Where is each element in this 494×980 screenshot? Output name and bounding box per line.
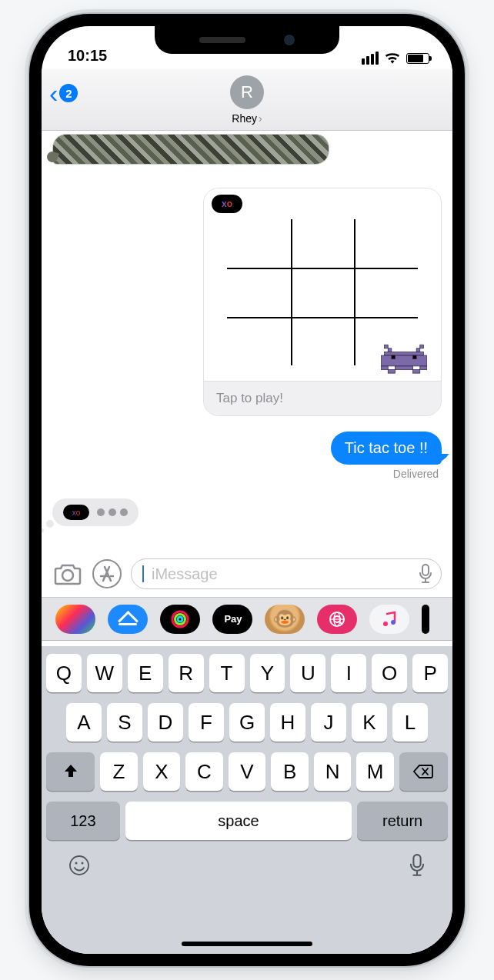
key-g[interactable]: G [229, 703, 265, 742]
apple-pay-label: Pay [224, 613, 242, 625]
speaker-grille [199, 37, 245, 43]
app-store-icon [98, 565, 116, 583]
svg-rect-9 [395, 366, 412, 370]
svg-rect-11 [388, 370, 395, 374]
tray-applepay-app[interactable]: Pay [212, 605, 252, 634]
key-k[interactable]: K [352, 703, 387, 742]
svg-rect-4 [385, 352, 424, 355]
key-u[interactable]: U [290, 654, 325, 692]
camera-icon [54, 562, 82, 585]
key-q[interactable]: Q [46, 654, 82, 692]
keyboard: QWERTYUIOP ASDFGHJKL ZXCVBNM 123 space r… [42, 646, 452, 954]
tray-more-app[interactable] [422, 605, 429, 634]
key-j[interactable]: J [311, 703, 346, 742]
conversation-header: ‹ 2 R Rhey › [42, 69, 452, 131]
shift-icon [62, 763, 79, 780]
delete-key[interactable] [399, 752, 448, 791]
messages-scroll[interactable]: xo [42, 131, 452, 552]
svg-point-17 [178, 617, 182, 622]
key-o[interactable]: O [372, 654, 407, 692]
key-b[interactable]: B [271, 752, 309, 791]
imessage-app-bubble[interactable]: xo [203, 188, 442, 416]
svg-point-27 [82, 862, 84, 865]
camera-button[interactable] [52, 558, 83, 589]
svg-rect-5 [381, 355, 427, 366]
svg-rect-12 [413, 370, 420, 374]
key-c[interactable]: C [185, 752, 223, 791]
space-key-label: space [218, 812, 259, 830]
space-key[interactable]: space [125, 802, 352, 840]
key-v[interactable]: V [229, 752, 266, 791]
chevron-left-icon: ‹ [49, 80, 58, 106]
key-m[interactable]: M [356, 752, 394, 791]
tray-photos-app[interactable] [55, 605, 95, 634]
key-d[interactable]: D [148, 703, 183, 742]
return-key[interactable]: return [357, 802, 448, 840]
key-a[interactable]: A [66, 703, 102, 742]
svg-rect-28 [413, 855, 420, 867]
svg-point-26 [75, 862, 78, 865]
typing-indicator: xo [52, 498, 139, 526]
key-w[interactable]: W [87, 654, 122, 692]
input-placeholder: iMessage [152, 565, 412, 583]
phone-body: 10:15 ‹ 2 R Rhey › [29, 14, 465, 966]
front-camera [284, 35, 295, 45]
space-invader-icon [381, 344, 427, 378]
shift-key[interactable] [46, 752, 95, 791]
contact-name-label: Rhey [232, 112, 257, 125]
contact-button[interactable]: R Rhey › [230, 75, 264, 125]
dictation-icon [418, 564, 433, 584]
cellular-signal-icon [362, 52, 379, 65]
outgoing-message[interactable]: Tic tac toe !! [331, 432, 442, 465]
chevron-right-icon: › [259, 112, 262, 125]
apps-button[interactable] [92, 559, 122, 588]
key-l[interactable]: L [392, 703, 428, 742]
key-i[interactable]: I [331, 654, 366, 692]
tray-activity-app[interactable] [160, 605, 200, 634]
key-s[interactable]: S [107, 703, 142, 742]
svg-rect-6 [392, 355, 396, 359]
incoming-photo-bubble[interactable] [52, 134, 329, 165]
key-r[interactable]: R [169, 654, 204, 692]
svg-point-23 [383, 622, 388, 626]
numbers-key[interactable]: 123 [46, 802, 120, 840]
keyboard-row-4: 123 space return [46, 802, 448, 840]
key-y[interactable]: Y [250, 654, 285, 692]
key-x[interactable]: X [143, 752, 181, 791]
imessage-app-tray[interactable]: Pay 🐵 [42, 598, 452, 641]
svg-point-25 [70, 856, 88, 875]
keyboard-dictation-key[interactable] [408, 854, 426, 880]
tray-search-app[interactable] [317, 605, 357, 634]
numbers-key-label: 123 [70, 812, 95, 830]
key-z[interactable]: Z [100, 752, 138, 791]
status-right [362, 52, 429, 65]
message-input[interactable]: iMessage [131, 558, 442, 589]
tray-memoji-app[interactable]: 🐵 [265, 605, 305, 634]
delivery-status: Delivered [52, 468, 442, 480]
tray-appstore-app[interactable] [108, 605, 148, 634]
app-bubble-caption: Tap to play! [204, 381, 441, 415]
key-p[interactable]: P [412, 654, 448, 692]
svg-point-13 [62, 570, 73, 581]
game-app-icon: xo [212, 195, 242, 213]
avatar-initial: R [241, 82, 253, 102]
key-n[interactable]: N [314, 752, 352, 791]
key-t[interactable]: T [209, 654, 245, 692]
back-button[interactable]: ‹ 2 [49, 80, 78, 106]
tictactoe-board: xo [204, 188, 441, 381]
keyboard-row-3: ZXCVBNM [46, 752, 448, 791]
wifi-icon [385, 53, 400, 64]
typing-dots-icon [97, 508, 128, 516]
home-indicator[interactable] [182, 942, 312, 946]
tray-music-app[interactable] [369, 605, 409, 634]
return-key-label: return [382, 812, 422, 830]
svg-rect-8 [381, 366, 388, 370]
key-e[interactable]: E [128, 654, 163, 692]
key-h[interactable]: H [270, 703, 305, 742]
svg-rect-7 [413, 355, 417, 359]
svg-rect-10 [420, 366, 427, 370]
svg-rect-3 [416, 348, 420, 352]
key-f[interactable]: F [189, 703, 224, 742]
typing-app-icon: xo [63, 505, 89, 520]
emoji-key[interactable] [68, 854, 91, 880]
